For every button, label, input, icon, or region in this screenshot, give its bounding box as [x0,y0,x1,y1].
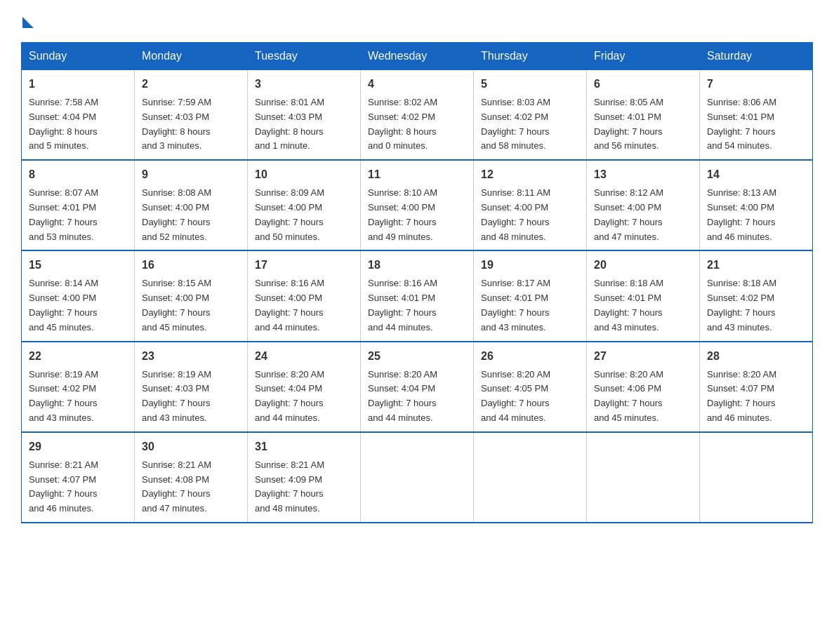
calendar-cell: 12Sunrise: 8:11 AM Sunset: 4:00 PM Dayli… [474,160,587,250]
calendar-cell: 7Sunrise: 8:06 AM Sunset: 4:01 PM Daylig… [700,70,813,161]
day-info: Sunrise: 8:20 AM Sunset: 4:04 PM Dayligh… [255,368,353,426]
day-number: 8 [29,166,127,183]
day-info: Sunrise: 8:09 AM Sunset: 4:00 PM Dayligh… [255,186,353,244]
logo-arrow-icon [22,17,34,28]
day-number: 2 [142,76,240,93]
day-info: Sunrise: 8:18 AM Sunset: 4:01 PM Dayligh… [594,276,692,335]
calendar-cell: 29Sunrise: 8:21 AM Sunset: 4:07 PM Dayli… [22,432,135,523]
calendar-cell: 25Sunrise: 8:20 AM Sunset: 4:04 PM Dayli… [361,342,474,432]
day-info: Sunrise: 8:20 AM Sunset: 4:06 PM Dayligh… [594,368,692,426]
calendar-week-1: 1Sunrise: 7:58 AM Sunset: 4:04 PM Daylig… [22,70,813,161]
day-info: Sunrise: 8:08 AM Sunset: 4:00 PM Dayligh… [142,186,240,244]
calendar-cell: 21Sunrise: 8:18 AM Sunset: 4:02 PM Dayli… [700,250,813,341]
day-info: Sunrise: 8:20 AM Sunset: 4:05 PM Dayligh… [481,368,579,426]
day-info: Sunrise: 8:12 AM Sunset: 4:00 PM Dayligh… [594,186,692,244]
day-number: 24 [255,348,353,365]
day-number: 12 [481,166,579,183]
calendar-week-2: 8Sunrise: 8:07 AM Sunset: 4:01 PM Daylig… [22,160,813,250]
calendar-cell: 16Sunrise: 8:15 AM Sunset: 4:00 PM Dayli… [135,250,248,341]
calendar-cell: 3Sunrise: 8:01 AM Sunset: 4:03 PM Daylig… [248,70,361,161]
col-friday: Friday [587,43,700,70]
calendar-cell [700,432,813,523]
col-thursday: Thursday [474,43,587,70]
day-number: 1 [29,76,127,93]
col-tuesday: Tuesday [248,43,361,70]
day-info: Sunrise: 7:58 AM Sunset: 4:04 PM Dayligh… [29,95,127,154]
day-info: Sunrise: 8:21 AM Sunset: 4:09 PM Dayligh… [255,458,353,516]
calendar-cell: 22Sunrise: 8:19 AM Sunset: 4:02 PM Dayli… [22,342,135,432]
col-wednesday: Wednesday [361,43,474,70]
calendar-cell [474,432,587,523]
day-number: 11 [368,166,466,183]
day-info: Sunrise: 8:16 AM Sunset: 4:01 PM Dayligh… [368,276,466,335]
calendar-cell: 28Sunrise: 8:20 AM Sunset: 4:07 PM Dayli… [700,342,813,432]
day-info: Sunrise: 8:13 AM Sunset: 4:00 PM Dayligh… [707,186,805,244]
day-number: 29 [29,438,127,455]
calendar-cell: 13Sunrise: 8:12 AM Sunset: 4:00 PM Dayli… [587,160,700,250]
day-info: Sunrise: 8:06 AM Sunset: 4:01 PM Dayligh… [707,95,805,154]
day-number: 4 [368,76,466,93]
calendar-cell: 8Sunrise: 8:07 AM Sunset: 4:01 PM Daylig… [22,160,135,250]
day-number: 16 [142,257,240,274]
day-info: Sunrise: 8:02 AM Sunset: 4:02 PM Dayligh… [368,95,466,154]
calendar-cell: 6Sunrise: 8:05 AM Sunset: 4:01 PM Daylig… [587,70,700,161]
calendar-body: 1Sunrise: 7:58 AM Sunset: 4:04 PM Daylig… [22,70,813,523]
col-monday: Monday [135,43,248,70]
day-info: Sunrise: 8:14 AM Sunset: 4:00 PM Dayligh… [29,276,127,335]
day-number: 20 [594,257,692,274]
day-info: Sunrise: 8:15 AM Sunset: 4:00 PM Dayligh… [142,276,240,335]
calendar-week-5: 29Sunrise: 8:21 AM Sunset: 4:07 PM Dayli… [22,432,813,523]
day-info: Sunrise: 8:18 AM Sunset: 4:02 PM Dayligh… [707,276,805,335]
day-info: Sunrise: 8:01 AM Sunset: 4:03 PM Dayligh… [255,95,353,154]
day-number: 23 [142,348,240,365]
day-info: Sunrise: 8:17 AM Sunset: 4:01 PM Dayligh… [481,276,579,335]
day-number: 22 [29,348,127,365]
col-saturday: Saturday [700,43,813,70]
day-info: Sunrise: 7:59 AM Sunset: 4:03 PM Dayligh… [142,95,240,154]
day-number: 13 [594,166,692,183]
day-info: Sunrise: 8:10 AM Sunset: 4:00 PM Dayligh… [368,186,466,244]
calendar-cell [587,432,700,523]
day-number: 31 [255,438,353,455]
day-number: 27 [594,348,692,365]
calendar-header: Sunday Monday Tuesday Wednesday Thursday… [22,43,813,70]
calendar-cell: 30Sunrise: 8:21 AM Sunset: 4:08 PM Dayli… [135,432,248,523]
page-header [21,14,813,28]
calendar-cell: 26Sunrise: 8:20 AM Sunset: 4:05 PM Dayli… [474,342,587,432]
calendar-cell: 4Sunrise: 8:02 AM Sunset: 4:02 PM Daylig… [361,70,474,161]
day-info: Sunrise: 8:05 AM Sunset: 4:01 PM Dayligh… [594,95,692,154]
logo [21,14,34,28]
calendar-cell: 31Sunrise: 8:21 AM Sunset: 4:09 PM Dayli… [248,432,361,523]
day-info: Sunrise: 8:21 AM Sunset: 4:07 PM Dayligh… [29,458,127,516]
calendar-cell: 2Sunrise: 7:59 AM Sunset: 4:03 PM Daylig… [135,70,248,161]
calendar-table: Sunday Monday Tuesday Wednesday Thursday… [21,42,813,523]
day-number: 28 [707,348,805,365]
day-info: Sunrise: 8:11 AM Sunset: 4:00 PM Dayligh… [481,186,579,244]
calendar-cell: 1Sunrise: 7:58 AM Sunset: 4:04 PM Daylig… [22,70,135,161]
calendar-cell: 19Sunrise: 8:17 AM Sunset: 4:01 PM Dayli… [474,250,587,341]
day-info: Sunrise: 8:20 AM Sunset: 4:04 PM Dayligh… [368,368,466,426]
calendar-cell: 18Sunrise: 8:16 AM Sunset: 4:01 PM Dayli… [361,250,474,341]
calendar-cell: 15Sunrise: 8:14 AM Sunset: 4:00 PM Dayli… [22,250,135,341]
day-info: Sunrise: 8:19 AM Sunset: 4:03 PM Dayligh… [142,368,240,426]
day-info: Sunrise: 8:07 AM Sunset: 4:01 PM Dayligh… [29,186,127,244]
day-info: Sunrise: 8:19 AM Sunset: 4:02 PM Dayligh… [29,368,127,426]
calendar-cell: 20Sunrise: 8:18 AM Sunset: 4:01 PM Dayli… [587,250,700,341]
day-info: Sunrise: 8:20 AM Sunset: 4:07 PM Dayligh… [707,368,805,426]
day-number: 17 [255,257,353,274]
calendar-cell: 24Sunrise: 8:20 AM Sunset: 4:04 PM Dayli… [248,342,361,432]
day-number: 7 [707,76,805,93]
calendar-week-4: 22Sunrise: 8:19 AM Sunset: 4:02 PM Dayli… [22,342,813,432]
day-number: 30 [142,438,240,455]
calendar-cell: 27Sunrise: 8:20 AM Sunset: 4:06 PM Dayli… [587,342,700,432]
day-number: 25 [368,348,466,365]
day-number: 14 [707,166,805,183]
day-number: 15 [29,257,127,274]
calendar-cell [361,432,474,523]
calendar-cell: 9Sunrise: 8:08 AM Sunset: 4:00 PM Daylig… [135,160,248,250]
day-info: Sunrise: 8:21 AM Sunset: 4:08 PM Dayligh… [142,458,240,516]
header-row: Sunday Monday Tuesday Wednesday Thursday… [22,43,813,70]
calendar-cell: 23Sunrise: 8:19 AM Sunset: 4:03 PM Dayli… [135,342,248,432]
day-number: 9 [142,166,240,183]
day-number: 10 [255,166,353,183]
